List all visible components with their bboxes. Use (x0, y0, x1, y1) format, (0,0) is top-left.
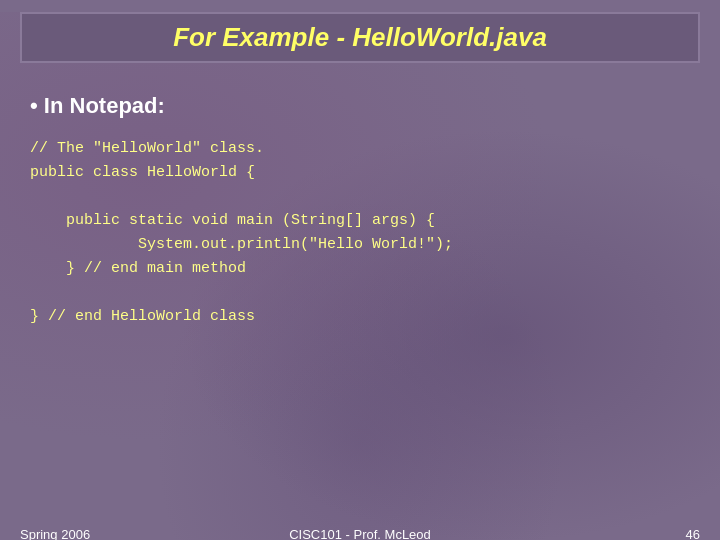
footer-page-number: 46 (473, 527, 700, 540)
slide-title: For Example - HelloWorld.java (173, 22, 547, 52)
footer-left: Spring 2006 (20, 527, 247, 540)
code-line-8: } // end HelloWorld class (30, 305, 690, 329)
code-line-7 (30, 281, 690, 305)
footer-center: CISC101 - Prof. McLeod (247, 527, 474, 540)
title-bar: For Example - HelloWorld.java (20, 12, 700, 63)
code-block: // The "HelloWorld" class. public class … (30, 137, 690, 329)
code-line-6: } // end main method (30, 257, 690, 281)
code-line-2: public class HelloWorld { (30, 161, 690, 185)
code-line-3 (30, 185, 690, 209)
code-line-4: public static void main (String[] args) … (30, 209, 690, 233)
bullet-point: • In Notepad: (30, 93, 690, 119)
slide-footer: Spring 2006 CISC101 - Prof. McLeod 46 (0, 527, 720, 540)
code-line-5: System.out.println("Hello World!"); (30, 233, 690, 257)
content-area: • In Notepad: // The "HelloWorld" class.… (0, 63, 720, 339)
slide: For Example - HelloWorld.java • In Notep… (0, 12, 720, 540)
code-line-1: // The "HelloWorld" class. (30, 137, 690, 161)
